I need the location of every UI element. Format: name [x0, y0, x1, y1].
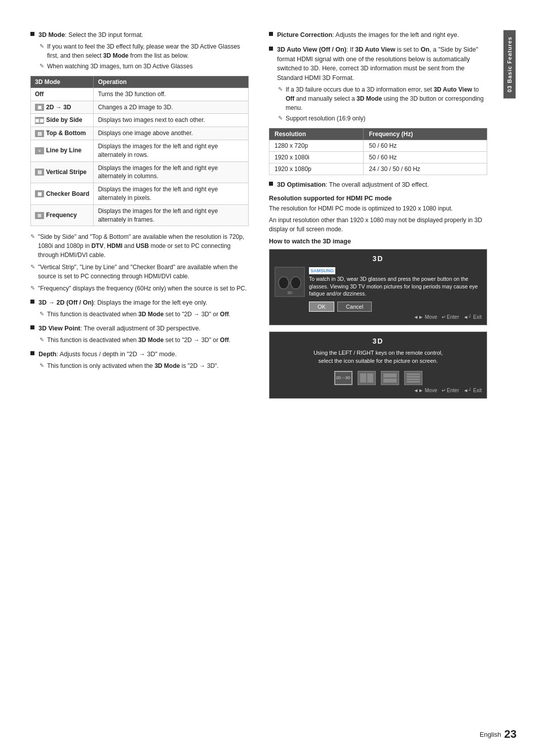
svg-point-1 — [279, 277, 289, 289]
mode-freq: ⊞Frequency — [31, 204, 94, 226]
pencil-icon-note1: ✎ — [30, 233, 35, 240]
sub-av-note1: ✎ If a 3D failure occurs due to a 3D inf… — [278, 85, 487, 112]
note3-text: "Frequency" displays the frequency (60Hz… — [38, 284, 249, 293]
icon-sbs-box — [358, 371, 376, 385]
two-col-layout: 3D Mode: Select the 3D input format. ✎ I… — [30, 30, 487, 399]
mode-icon-vs: ▥ — [35, 169, 44, 176]
main-content: 3D Mode: Select the 3D input format. ✎ I… — [30, 30, 502, 726]
res-1080i: 1920 x 1080i — [269, 151, 364, 163]
dialog2-icons: 2D→3D — [334, 371, 422, 385]
sub-depth-text: This function is only activated when the… — [47, 361, 249, 370]
table-row: Off Turns the 3D function off. — [31, 88, 249, 101]
pencil-icon-1: ✎ — [40, 43, 44, 50]
mode-icon-tb: ▤ — [35, 130, 44, 137]
3dmode-colon: : Select the 3D input format. — [65, 31, 143, 38]
mode-icon-sbs: ▣▣ — [35, 117, 44, 124]
dialog1-body: To watch in 3D, wear 3D glasses and pres… — [309, 275, 482, 298]
bullet-3d2d-text: 3D → 2D (Off / On): Displays the image f… — [38, 298, 249, 308]
op-vs: Displays the images for the left and rig… — [94, 161, 249, 183]
mode-sidebyside: ▣▣Side by Side — [31, 114, 94, 127]
dialog1-cancel-button[interactable]: Cancel — [337, 302, 372, 312]
sub1-text: If you want to feel the 3D effect fully,… — [47, 42, 249, 60]
icon-freq-box — [404, 371, 422, 385]
sbs-icon-svg — [360, 373, 374, 383]
sub-vp-text: This function is deactivated when 3D Mod… — [47, 335, 249, 345]
bullet-main-pc: Picture Correction: Adjusts the images f… — [269, 30, 487, 40]
bullet-3dmode-text: 3D Mode: Select the 3D input format. — [38, 30, 249, 40]
sub-bullet-1: ✎ If you want to feel the 3D effect full… — [40, 42, 249, 60]
dialog-3d-2: 3D Using the LEFT / RIGHT keys on the re… — [269, 331, 487, 399]
res-header-resolution: Resolution — [269, 128, 364, 140]
sub-3d2d-note: ✎ This function is deactivated when 3D M… — [40, 310, 249, 319]
right-sidebar: 03 Basic Features — [502, 30, 517, 726]
bullet-pic-correction: Picture Correction: Adjusts the images f… — [269, 30, 487, 40]
freq-1080i: 50 / 60 Hz — [364, 151, 487, 163]
note2-text: "Vertical Strip", "Line by Line" and "Ch… — [38, 263, 249, 281]
svg-rect-6 — [367, 373, 373, 383]
dialog2-text: Using the LEFT / RIGHT keys on the remot… — [314, 349, 443, 365]
dialog1-buttons: OK Cancel — [309, 302, 482, 312]
bullet-depth-text: Depth: Adjusts focus / depth in "2D → 3D… — [38, 350, 249, 359]
pencil-icon-2: ✎ — [40, 63, 44, 69]
dialog1-inner: 3D SAMSUNG To watch in 3D, wear 3D glass… — [275, 267, 482, 312]
page-footer: English 23 — [480, 728, 517, 741]
dialog1-text: SAMSUNG To watch in 3D, wear 3D glasses … — [309, 267, 482, 312]
section-3dwatch-heading: How to watch the 3D image — [269, 238, 487, 245]
op-freq: Displays the images for the left and rig… — [94, 204, 249, 226]
english-label: English — [480, 731, 501, 738]
mode-off: Off — [31, 88, 94, 101]
op-sbs: Displays two images next to each other. — [94, 114, 249, 127]
sub-3d2d-text: This function is deactivated when 3D Mod… — [47, 310, 249, 319]
icon-2d3d: 2D→3D — [334, 371, 353, 385]
bullet-main-depth: Depth: Adjusts focus / depth in "2D → 3D… — [30, 350, 249, 359]
mode-icon-cb: ▦ — [35, 190, 44, 197]
3d-glasses-svg: 3D — [276, 268, 304, 296]
sub2-text: When watching 3D images, turn on 3D Acti… — [47, 62, 249, 71]
dialog2-nav: ◄► Move ↵ Enter ◄┘ Exit — [275, 388, 482, 393]
pencil-icon-depth: ✎ — [40, 362, 44, 369]
sub-depth-note: ✎ This function is only activated when t… — [40, 361, 249, 370]
mode-2d3d: ▣2D → 3D — [31, 101, 94, 114]
bullet-depth: Depth: Adjusts focus / depth in "2D → 3D… — [30, 350, 249, 370]
bullet-3doptimisation: 3D Optimisation: The overall adjustment … — [269, 180, 487, 190]
pencil-icon-av2: ✎ — [278, 115, 283, 121]
svg-rect-7 — [383, 373, 397, 377]
dialog1-ok-button[interactable]: OK — [309, 302, 334, 312]
op-tb: Displays one image above another. — [94, 127, 249, 140]
table-row: ▥Vertical Stripe Displays the images for… — [31, 161, 249, 183]
dialog1-title: 3D — [275, 255, 482, 263]
svg-text:3D: 3D — [287, 290, 292, 295]
sub-bullet-2: ✎ When watching 3D images, turn on 3D Ac… — [40, 62, 249, 71]
dialog1-nav: ◄► Move ↵ Enter ◄┘ Exit — [275, 314, 482, 320]
bullet-sq-depth — [30, 351, 34, 355]
dialog2-inner: Using the LEFT / RIGHT keys on the remot… — [275, 349, 482, 385]
icon-sbs — [358, 371, 376, 385]
freq-1080p: 24 / 30 / 50 / 60 Hz — [364, 163, 487, 175]
bullet-sq-av — [269, 47, 273, 51]
3d-mode-table: 3D Mode Operation Off Turns the 3D funct… — [30, 76, 249, 227]
res-720p: 1280 x 720p — [269, 140, 364, 151]
table-row: ▦Checker Board Displays the images for t… — [31, 183, 249, 205]
mode-icon-2d3d: ▣ — [35, 104, 44, 111]
table-row: 1920 x 1080p 24 / 30 / 50 / 60 Hz — [269, 163, 487, 175]
note2-block: ✎ "Vertical Strip", "Line by Line" and "… — [30, 263, 249, 281]
note3-block: ✎ "Frequency" displays the frequency (60… — [30, 284, 249, 293]
bullet-av-text: 3D Auto View (Off / On): If 3D Auto View… — [277, 45, 487, 83]
bullet-sq-vp — [30, 325, 34, 329]
tb-icon-svg — [383, 373, 397, 383]
samsung-logo: SAMSUNG — [309, 267, 335, 275]
freq-icon-svg — [406, 373, 420, 383]
pencil-icon-vp: ✎ — [40, 337, 44, 343]
left-column: 3D Mode: Select the 3D input format. ✎ I… — [30, 30, 249, 399]
sub-av-note2: ✎ Support resolution (16:9 only) — [278, 114, 487, 123]
bullet-3d2d: 3D → 2D (Off / On): Displays the image f… — [30, 298, 249, 319]
svg-point-2 — [291, 277, 301, 289]
mode-icon-freq: ⊞ — [35, 212, 44, 219]
pencil-icon-note2: ✎ — [30, 264, 35, 270]
note1-text: "Side by Side" and "Top & Bottom" are av… — [38, 232, 249, 260]
bullet-main-3d2d: 3D → 2D (Off / On): Displays the image f… — [30, 298, 249, 308]
bullet-sq-3d2d — [30, 300, 34, 304]
dialog1-image: 3D — [275, 267, 305, 297]
icon-freq — [404, 371, 422, 385]
bullet-main-vp: 3D View Point: The overall adjustment of… — [30, 324, 249, 333]
